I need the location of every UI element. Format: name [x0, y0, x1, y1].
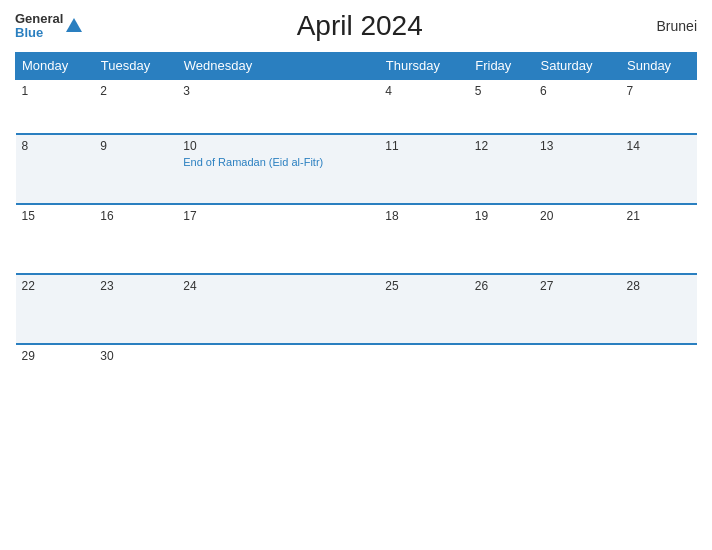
calendar-header-row: Monday Tuesday Wednesday Thursday Friday…	[16, 53, 697, 80]
day-number: 16	[100, 209, 113, 223]
day-number: 28	[627, 279, 640, 293]
event-label: End of Ramadan (Eid al-Fitr)	[183, 155, 373, 169]
day-number: 10	[183, 139, 196, 153]
logo-blue-text: Blue	[15, 26, 63, 40]
day-number: 21	[627, 209, 640, 223]
calendar-cell: 30	[94, 344, 177, 414]
logo: General Blue	[15, 12, 82, 41]
day-number: 24	[183, 279, 196, 293]
day-number: 19	[475, 209, 488, 223]
calendar-cell: 23	[94, 274, 177, 344]
col-thursday: Thursday	[379, 53, 468, 80]
calendar-cell: 8	[16, 134, 95, 204]
calendar-title: April 2024	[82, 10, 637, 42]
calendar-cell	[379, 344, 468, 414]
calendar-cell: 14	[621, 134, 697, 204]
day-number: 6	[540, 84, 547, 98]
day-number: 13	[540, 139, 553, 153]
country-label: Brunei	[637, 18, 697, 34]
calendar-cell: 20	[534, 204, 620, 274]
day-number: 4	[385, 84, 392, 98]
calendar-cell: 6	[534, 79, 620, 134]
calendar-cell	[469, 344, 534, 414]
calendar-cell	[621, 344, 697, 414]
calendar-cell: 1	[16, 79, 95, 134]
calendar-cell: 13	[534, 134, 620, 204]
calendar-cell: 27	[534, 274, 620, 344]
col-friday: Friday	[469, 53, 534, 80]
day-number: 3	[183, 84, 190, 98]
calendar-cell: 15	[16, 204, 95, 274]
day-number: 8	[22, 139, 29, 153]
day-number: 12	[475, 139, 488, 153]
col-wednesday: Wednesday	[177, 53, 379, 80]
calendar-cell: 18	[379, 204, 468, 274]
calendar-cell: 7	[621, 79, 697, 134]
day-number: 25	[385, 279, 398, 293]
calendar-container: General Blue April 2024 Brunei Monday Tu…	[0, 0, 712, 550]
day-number: 1	[22, 84, 29, 98]
calendar-cell: 9	[94, 134, 177, 204]
col-saturday: Saturday	[534, 53, 620, 80]
day-number: 29	[22, 349, 35, 363]
day-number: 5	[475, 84, 482, 98]
day-number: 30	[100, 349, 113, 363]
day-number: 7	[627, 84, 634, 98]
calendar-cell: 4	[379, 79, 468, 134]
day-number: 2	[100, 84, 107, 98]
calendar-cell: 12	[469, 134, 534, 204]
calendar-cell: 26	[469, 274, 534, 344]
day-number: 14	[627, 139, 640, 153]
calendar-cell: 24	[177, 274, 379, 344]
day-number: 11	[385, 139, 398, 153]
calendar-cell: 11	[379, 134, 468, 204]
logo-triangle-icon	[66, 18, 82, 32]
day-number: 9	[100, 139, 107, 153]
col-tuesday: Tuesday	[94, 53, 177, 80]
col-monday: Monday	[16, 53, 95, 80]
calendar-cell: 16	[94, 204, 177, 274]
calendar-cell: 21	[621, 204, 697, 274]
day-number: 27	[540, 279, 553, 293]
day-number: 26	[475, 279, 488, 293]
calendar-cell: 17	[177, 204, 379, 274]
calendar-cell: 10End of Ramadan (Eid al-Fitr)	[177, 134, 379, 204]
day-number: 20	[540, 209, 553, 223]
calendar-table: Monday Tuesday Wednesday Thursday Friday…	[15, 52, 697, 414]
calendar-cell: 19	[469, 204, 534, 274]
calendar-cell: 2	[94, 79, 177, 134]
day-number: 23	[100, 279, 113, 293]
day-number: 22	[22, 279, 35, 293]
logo-general-text: General	[15, 12, 63, 26]
calendar-cell	[177, 344, 379, 414]
calendar-cell: 22	[16, 274, 95, 344]
calendar-cell	[534, 344, 620, 414]
day-number: 17	[183, 209, 196, 223]
day-number: 15	[22, 209, 35, 223]
day-number: 18	[385, 209, 398, 223]
calendar-cell: 3	[177, 79, 379, 134]
calendar-body: 12345678910End of Ramadan (Eid al-Fitr)1…	[16, 79, 697, 414]
calendar-cell: 25	[379, 274, 468, 344]
calendar-header: General Blue April 2024 Brunei	[15, 10, 697, 42]
calendar-cell: 29	[16, 344, 95, 414]
calendar-cell: 5	[469, 79, 534, 134]
calendar-cell: 28	[621, 274, 697, 344]
col-sunday: Sunday	[621, 53, 697, 80]
